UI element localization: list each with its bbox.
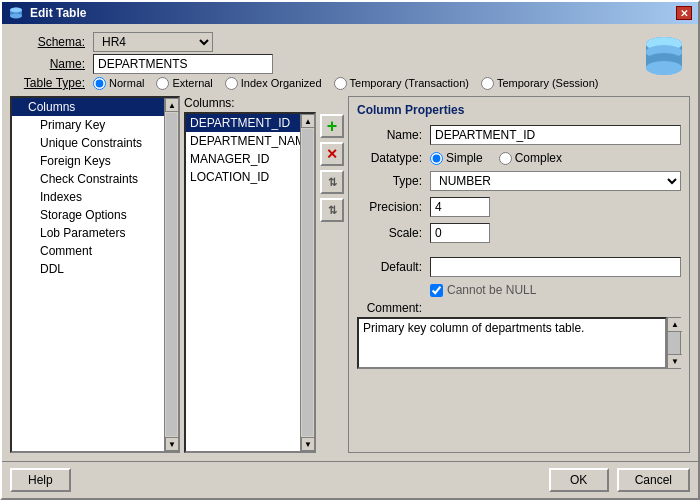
prop-precision-row: Precision: xyxy=(357,197,681,217)
prop-default-row: Default: xyxy=(357,257,681,277)
close-button[interactable]: ✕ xyxy=(676,6,692,20)
radio-simple-label: Simple xyxy=(446,151,483,165)
move-up-button[interactable]: ⇅ xyxy=(320,170,344,194)
tree-scroll-down[interactable]: ▼ xyxy=(165,437,179,451)
panel-title: Column Properties xyxy=(357,103,681,117)
radio-complex-label: Complex xyxy=(515,151,562,165)
prop-precision-input[interactable] xyxy=(430,197,490,217)
prop-name-label: Name: xyxy=(357,128,422,142)
edit-table-window: Edit Table ✕ Schema: HR4 Name: xyxy=(0,0,700,500)
table-type-radio-group: Normal External Index Organized Temporar… xyxy=(93,77,598,90)
tree-item-foreign-keys[interactable]: Foreign Keys xyxy=(12,152,164,170)
radio-simple[interactable]: Simple xyxy=(430,151,483,165)
name-input[interactable] xyxy=(93,54,273,74)
tree-item-unique-constraints[interactable]: Unique Constraints xyxy=(12,134,164,152)
name-row: Name: xyxy=(10,54,630,74)
cannot-be-null-label: Cannot be NULL xyxy=(447,283,536,297)
comment-row: Comment: xyxy=(357,301,681,315)
ok-button[interactable]: OK xyxy=(549,468,609,492)
radio-temporary-session[interactable]: Temporary (Session) xyxy=(481,77,598,90)
tree-item-primary-key[interactable]: Primary Key xyxy=(12,116,164,134)
title-bar: Edit Table ✕ xyxy=(2,2,698,24)
tree-item-storage-options[interactable]: Storage Options xyxy=(12,206,164,224)
prop-type-row: Type: NUMBER VARCHAR2 DATE CHAR INTEGER xyxy=(357,171,681,191)
tree-inner: Columns Primary Key Unique Constraints F… xyxy=(12,98,164,451)
col-item-department-name[interactable]: DEPARTMENT_NAME xyxy=(186,132,300,150)
comment-scroll-up[interactable]: ▲ xyxy=(668,318,682,332)
tree-scroll-thumb[interactable] xyxy=(166,113,177,436)
prop-type-select[interactable]: NUMBER VARCHAR2 DATE CHAR INTEGER xyxy=(430,171,681,191)
tree-item-check-constraints[interactable]: Check Constraints xyxy=(12,170,164,188)
cancel-button[interactable]: Cancel xyxy=(617,468,690,492)
tree-item-indexes[interactable]: Indexes xyxy=(12,188,164,206)
prop-datatype-row: Datatype: Simple Complex xyxy=(357,151,681,165)
svg-point-3 xyxy=(10,8,22,13)
remove-column-button[interactable]: ✕ xyxy=(320,142,344,166)
tree-item-lob-parameters[interactable]: Lob Parameters xyxy=(12,224,164,242)
columns-scroll-down[interactable]: ▼ xyxy=(301,437,315,451)
main-content: Schema: HR4 Name: Table Type: Normal xyxy=(2,24,698,461)
tree-item-columns[interactable]: Columns xyxy=(12,98,164,116)
prop-scale-row: Scale: xyxy=(357,223,681,243)
cannot-be-null-checkbox[interactable] xyxy=(430,284,443,297)
ok-cancel-group: OK Cancel xyxy=(549,468,690,492)
prop-name-row: Name: xyxy=(357,125,681,145)
prop-scale-input[interactable] xyxy=(430,223,490,243)
columns-scroll-up[interactable]: ▲ xyxy=(301,114,315,128)
prop-precision-label: Precision: xyxy=(357,200,422,214)
svg-point-11 xyxy=(646,61,682,75)
name-label: Name: xyxy=(10,57,85,71)
schema-label: Schema: xyxy=(10,35,85,49)
col-item-location-id[interactable]: LOCATION_ID xyxy=(186,168,300,186)
prop-default-input[interactable] xyxy=(430,257,681,277)
help-button[interactable]: Help xyxy=(10,468,71,492)
comment-scroll-down[interactable]: ▼ xyxy=(668,354,682,368)
tree-scrollbar[interactable]: ▲ ▼ xyxy=(164,98,178,451)
radio-external[interactable]: External xyxy=(156,77,212,90)
tree-panel: Columns Primary Key Unique Constraints F… xyxy=(10,96,180,453)
comment-scroll-thumb[interactable] xyxy=(668,332,680,354)
prop-scale-label: Scale: xyxy=(357,226,422,240)
columns-label: Columns: xyxy=(184,96,344,110)
columns-list-area: DEPARTMENT_ID DEPARTMENT_NAME MANAGER_ID… xyxy=(184,112,344,453)
radio-complex[interactable]: Complex xyxy=(499,151,562,165)
prop-name-input[interactable] xyxy=(430,125,681,145)
add-column-button[interactable]: + xyxy=(320,114,344,138)
schema-row: Schema: HR4 xyxy=(10,32,630,52)
col-item-department-id[interactable]: DEPARTMENT_ID xyxy=(186,114,300,132)
column-action-buttons: + ✕ ⇅ ⇅ xyxy=(320,112,344,453)
datatype-radio-group: Simple Complex xyxy=(430,151,562,165)
tree-item-comment[interactable]: Comment xyxy=(12,242,164,260)
window-title: Edit Table xyxy=(30,6,86,20)
comment-label: Comment: xyxy=(357,301,422,315)
columns-scroll-thumb[interactable] xyxy=(302,129,313,436)
tree-item-ddl[interactable]: DDL xyxy=(12,260,164,278)
window-icon xyxy=(8,5,24,21)
radio-normal[interactable]: Normal xyxy=(93,77,144,90)
tree-scroll-up[interactable]: ▲ xyxy=(165,98,179,112)
table-type-label: Table Type: xyxy=(10,76,85,90)
columns-list-inner: DEPARTMENT_ID DEPARTMENT_NAME MANAGER_ID… xyxy=(186,114,300,451)
schema-select[interactable]: HR4 xyxy=(93,32,213,52)
move-down-button[interactable]: ⇅ xyxy=(320,198,344,222)
main-panels: Columns Primary Key Unique Constraints F… xyxy=(10,96,690,453)
comment-area-wrapper: Primary key column of departments table.… xyxy=(357,317,681,369)
prop-default-label: Default: xyxy=(357,260,422,274)
title-bar-left: Edit Table xyxy=(8,5,86,21)
button-bar: Help OK Cancel xyxy=(2,461,698,498)
table-type-row: Table Type: Normal External Index Organi… xyxy=(10,76,630,90)
columns-scrollbar[interactable]: ▲ ▼ xyxy=(300,114,314,451)
radio-index-organized[interactable]: Index Organized xyxy=(225,77,322,90)
columns-list-container: DEPARTMENT_ID DEPARTMENT_NAME MANAGER_ID… xyxy=(184,112,316,453)
svg-point-2 xyxy=(10,14,22,19)
comment-textarea[interactable]: Primary key column of departments table. xyxy=(357,317,667,369)
radio-temporary-transaction[interactable]: Temporary (Transaction) xyxy=(334,77,469,90)
properties-panel: Column Properties Name: Datatype: Simple xyxy=(348,96,690,453)
db-icon xyxy=(638,30,690,82)
prop-datatype-label: Datatype: xyxy=(357,151,422,165)
cannot-be-null-row: Cannot be NULL xyxy=(430,283,681,297)
col-item-manager-id[interactable]: MANAGER_ID xyxy=(186,150,300,168)
prop-type-label: Type: xyxy=(357,174,422,188)
columns-section: Columns: DEPARTMENT_ID DEPARTMENT_NAME M… xyxy=(184,96,344,453)
